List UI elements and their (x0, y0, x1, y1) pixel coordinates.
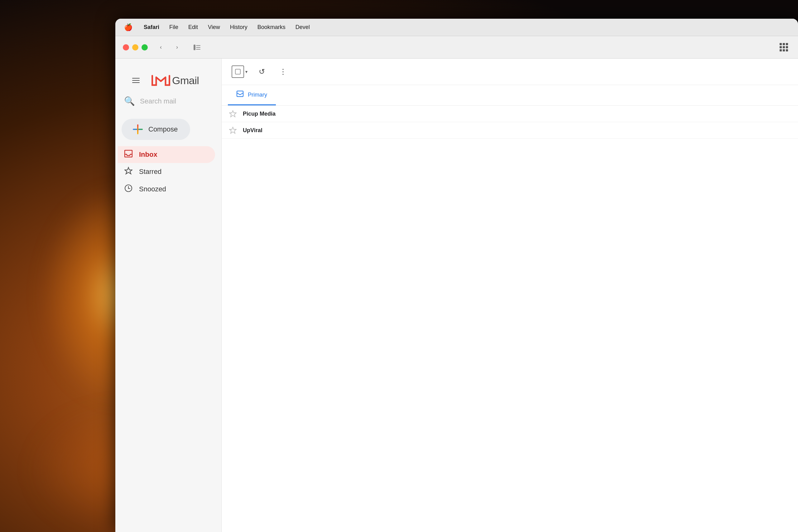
svg-marker-6 (125, 167, 132, 174)
more-icon: ⋮ (279, 67, 287, 76)
svg-rect-5 (125, 150, 132, 157)
select-all-area: ▾ (232, 65, 247, 78)
inbox-label: Inbox (139, 151, 157, 159)
compose-plus-icon (133, 125, 143, 134)
svg-marker-12 (229, 111, 236, 117)
gmail-m-icon (152, 73, 170, 88)
gmail-main-panel: ▾ ↺ ⋮ Primary (221, 59, 798, 532)
more-options-button[interactable]: ⋮ (276, 65, 290, 78)
browser-content: Gmail 🔍 Search mail Compose (115, 59, 798, 532)
menubar-file[interactable]: File (169, 24, 178, 31)
svg-rect-0 (194, 44, 195, 50)
sidebar-toggle-button[interactable] (190, 42, 204, 53)
search-bar[interactable]: 🔍 Search mail (118, 96, 219, 113)
search-placeholder: Search mail (140, 97, 176, 105)
forward-button[interactable]: › (171, 42, 183, 53)
compose-button[interactable]: Compose (121, 119, 190, 140)
menubar-view[interactable]: View (208, 24, 220, 31)
back-icon: ‹ (160, 44, 162, 51)
select-dropdown-button[interactable]: ▾ (245, 69, 247, 74)
tab-primary[interactable]: Primary (228, 85, 276, 105)
svg-rect-2 (196, 47, 201, 48)
nav-item-snoozed[interactable]: Snoozed (118, 180, 215, 198)
tab-primary-label: Primary (248, 92, 267, 98)
email-star-icon[interactable] (229, 110, 236, 117)
email-row[interactable]: Picup Media (222, 106, 798, 122)
refresh-button[interactable]: ↺ (255, 65, 269, 78)
email-sender: UpViral (243, 127, 305, 134)
forward-icon: › (176, 44, 178, 51)
starred-label: Starred (139, 168, 162, 176)
starred-icon (124, 167, 133, 177)
hamburger-menu-button[interactable] (128, 72, 144, 89)
apps-grid-button[interactable] (777, 42, 791, 53)
checkbox-icon (235, 69, 241, 75)
menubar-bookmarks[interactable]: Bookmarks (258, 24, 286, 31)
fullscreen-button[interactable] (141, 44, 148, 51)
safari-toolbar: ‹ › (115, 36, 798, 59)
menubar-safari[interactable]: Safari (144, 24, 159, 31)
email-star-icon[interactable] (229, 127, 236, 134)
menubar-history[interactable]: History (230, 24, 247, 31)
search-icon: 🔍 (124, 96, 135, 106)
apple-menu-icon[interactable]: 🍎 (124, 23, 132, 32)
inbox-tabs: Primary (222, 85, 798, 106)
refresh-icon: ↺ (259, 67, 265, 76)
nav-item-starred[interactable]: Starred (118, 163, 215, 180)
gmail-logo: Gmail (152, 73, 199, 88)
svg-rect-3 (196, 49, 201, 50)
gmail-title: Gmail (172, 75, 199, 87)
nav-item-inbox[interactable]: Inbox (118, 146, 215, 163)
svg-rect-1 (196, 45, 201, 46)
tab-primary-icon (236, 91, 244, 99)
inbox-icon (124, 150, 133, 159)
email-list: Picup Media UpViral (222, 106, 798, 532)
traffic-lights (123, 44, 148, 51)
menubar-edit[interactable]: Edit (188, 24, 198, 31)
hamburger-line-3 (132, 82, 140, 83)
snoozed-icon (124, 184, 133, 194)
snoozed-label: Snoozed (139, 185, 166, 193)
sidebar-toggle-icon (194, 44, 201, 50)
select-all-checkbox[interactable] (232, 65, 244, 78)
svg-marker-13 (229, 127, 236, 133)
menubar-devel[interactable]: Devel (296, 24, 310, 31)
gmail-header-row: Gmail (118, 65, 219, 96)
hamburger-line-1 (132, 78, 140, 78)
svg-rect-11 (237, 91, 243, 97)
hamburger-line-2 (132, 80, 140, 81)
mac-frame: 🍎 Safari File Edit View History Bookmark… (115, 19, 798, 532)
close-button[interactable] (123, 44, 129, 51)
back-button[interactable]: ‹ (155, 42, 167, 53)
menubar: 🍎 Safari File Edit View History Bookmark… (115, 19, 798, 36)
gmail-sidebar: Gmail 🔍 Search mail Compose (115, 59, 221, 532)
svg-rect-10 (235, 69, 240, 74)
email-row[interactable]: UpViral (222, 122, 798, 139)
gmail-toolbar: ▾ ↺ ⋮ (222, 59, 798, 85)
grid-icon (780, 43, 788, 52)
minimize-button[interactable] (132, 44, 138, 51)
email-sender: Picup Media (243, 111, 305, 117)
compose-label: Compose (148, 125, 178, 133)
